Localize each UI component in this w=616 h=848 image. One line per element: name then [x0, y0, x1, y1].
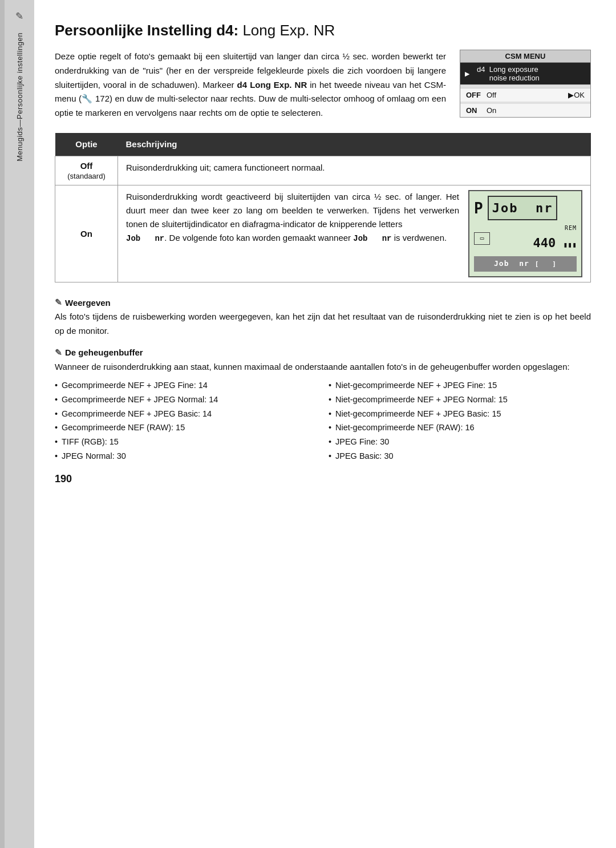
bullet-right-5: JPEG Basic: 30: [329, 449, 591, 463]
note-weergeven-title-text: Weergeven: [65, 298, 111, 308]
table-cell-off-optie: Off (standaard): [55, 156, 118, 185]
main-content: Persoonlijke Instelling d4: Long Exp. NR…: [34, 0, 616, 848]
cam-rem-block: REM 440 ▮▮▮: [533, 224, 577, 253]
cam-mode-indicator: P: [474, 201, 483, 216]
cam-bottom-brackets: [ ]: [535, 259, 557, 269]
note-weergeven: ✎ Weergeven Als foto's tijdens de ruisbe…: [55, 297, 591, 338]
csm-row-icon: ▶: [465, 70, 474, 78]
cam-job-nr-display: Job nr: [488, 196, 558, 220]
bullet-col-right: Niet-gecomprimeerde NEF + JPEG Fine: 15 …: [329, 378, 591, 463]
table-cell-on-desc: Ruisonderdrukking wordt geactiveerd bij …: [118, 185, 591, 282]
options-table: Optie Beschrijving Off (standaard) Ruiso…: [55, 133, 591, 282]
table-row-on: On Ruisonderdrukking wordt geactiveerd b…: [55, 185, 591, 282]
bullet-right-0: Niet-gecomprimeerde NEF + JPEG Fine: 15: [329, 378, 591, 393]
standaard-label: (standaard): [67, 172, 105, 180]
cam-bottom-bar: Job nr [ ]: [474, 256, 577, 272]
csm-option-on: ON On: [460, 104, 590, 117]
csm-opt-on-val: On: [487, 106, 496, 115]
title-light: Long Exp. NR: [238, 22, 335, 39]
csm-ok-button: ▶OK: [568, 91, 585, 99]
note-geheugenbuffer-title-text: De geheugenbuffer: [65, 348, 143, 357]
notes-section: ✎ Weergeven Als foto's tijdens de ruisbe…: [55, 297, 591, 463]
left-accent-bar: [0, 0, 5, 848]
cam-bottom-job-nr: Job nr: [494, 258, 529, 270]
bullet-list-left: Gecomprimeerde NEF + JPEG Fine: 14 Gecom…: [55, 378, 317, 463]
bullet-left-2: Gecomprimeerde NEF + JPEG Basic: 14: [55, 407, 317, 421]
cam-rem-label: REM: [533, 224, 577, 233]
table-header-optie: Optie: [55, 133, 118, 156]
bullet-right-4: JPEG Fine: 30: [329, 435, 591, 449]
sidebar-label: Menugids—Persoonlijke instellingen: [15, 33, 24, 161]
csm-opt-on-key: ON: [466, 106, 487, 115]
cam-mid-row: ▭ REM 440 ▮▮▮: [474, 224, 577, 253]
table-header-beschrijving: Beschrijving: [118, 133, 591, 156]
note-weergeven-text: Als foto's tijdens de ruisbewerking word…: [55, 310, 591, 338]
cam-rem-number: 440 ▮▮▮: [533, 233, 577, 253]
bullet-columns: Gecomprimeerde NEF + JPEG Fine: 14 Gecom…: [55, 378, 591, 463]
note-weergeven-icon: ✎: [55, 297, 62, 308]
csm-menu-title: CSM MENU: [460, 50, 590, 63]
note-geheugenbuffer-title: ✎ De geheugenbuffer: [55, 348, 591, 358]
note-geheugenbuffer-text: Wanneer de ruisonderdrukking aan staat, …: [55, 360, 591, 374]
bullet-left-0: Gecomprimeerde NEF + JPEG Fine: 14: [55, 378, 317, 393]
bullet-right-2: Niet-gecomprimeerde NEF + JPEG Basic: 15: [329, 407, 591, 421]
camera-lcd-display: P Job nr ▭ REM 440 ▮▮▮: [468, 190, 582, 277]
bullet-left-5: JPEG Normal: 30: [55, 449, 317, 463]
table-row-off: Off (standaard) Ruisonderdrukking uit; c…: [55, 156, 591, 185]
csm-menu-selected-row: ▶ d4 Long exposure noise reduction: [460, 63, 590, 85]
csm-row-label: d4 Long exposure noise reduction: [477, 65, 586, 82]
title-bold: Persoonlijke Instelling d4:: [55, 22, 238, 39]
sidebar-pencil-icon: ✎: [15, 10, 23, 22]
csm-option-off: OFF Off ▶OK: [460, 88, 590, 102]
bullet-col-left: Gecomprimeerde NEF + JPEG Fine: 14 Gecom…: [55, 378, 317, 463]
csm-opt-off-val: Off: [487, 91, 496, 99]
cam-top-row: P Job nr: [474, 196, 577, 220]
bullet-left-1: Gecomprimeerde NEF + JPEG Normal: 14: [55, 393, 317, 407]
csm-opt-off-key: OFF: [466, 91, 487, 99]
on-label: On: [80, 229, 92, 239]
bullet-list-right: Niet-gecomprimeerde NEF + JPEG Fine: 15 …: [329, 378, 591, 463]
job-nr-text-2: Job nr: [353, 234, 391, 243]
sidebar: ✎ Menugids—Persoonlijke instellingen: [5, 0, 34, 848]
job-nr-text-1: Job nr: [126, 234, 164, 243]
on-description-text: Ruisonderdrukking wordt geactiveerd bij …: [126, 190, 459, 245]
intro-section: Deze optie regelt of foto's gemaakt bij …: [55, 50, 591, 120]
page-number: 190: [55, 473, 591, 485]
table-cell-off-desc: Ruisonderdrukking uit; camera functionee…: [118, 156, 591, 185]
on-row-content: Ruisonderdrukking wordt geactiveerd bij …: [126, 190, 582, 277]
table-cell-on-optie: On: [55, 185, 118, 282]
note-geheugenbuffer-icon: ✎: [55, 348, 62, 358]
bullet-right-3: Niet-gecomprimeerde NEF (RAW): 16: [329, 421, 591, 435]
bullet-right-1: Niet-gecomprimeerde NEF + JPEG Normal: 1…: [329, 393, 591, 407]
note-weergeven-title: ✎ Weergeven: [55, 297, 591, 308]
off-label: Off: [80, 161, 93, 171]
csm-menu-box: CSM MENU ▶ d4 Long exposure noise reduct…: [460, 50, 591, 118]
cam-icon-square: ▭: [474, 232, 490, 245]
page: ✎ Menugids—Persoonlijke instellingen Per…: [0, 0, 616, 848]
page-title: Persoonlijke Instelling d4: Long Exp. NR: [55, 22, 591, 39]
note-geheugenbuffer: ✎ De geheugenbuffer Wanneer de ruisonder…: [55, 348, 591, 463]
bullet-left-3: Gecomprimeerde NEF (RAW): 15: [55, 421, 317, 435]
intro-text: Deze optie regelt of foto's gemaakt bij …: [55, 50, 446, 120]
bullet-left-4: TIFF (RGB): 15: [55, 435, 317, 449]
off-description: Ruisonderdrukking uit; camera functionee…: [126, 163, 325, 172]
